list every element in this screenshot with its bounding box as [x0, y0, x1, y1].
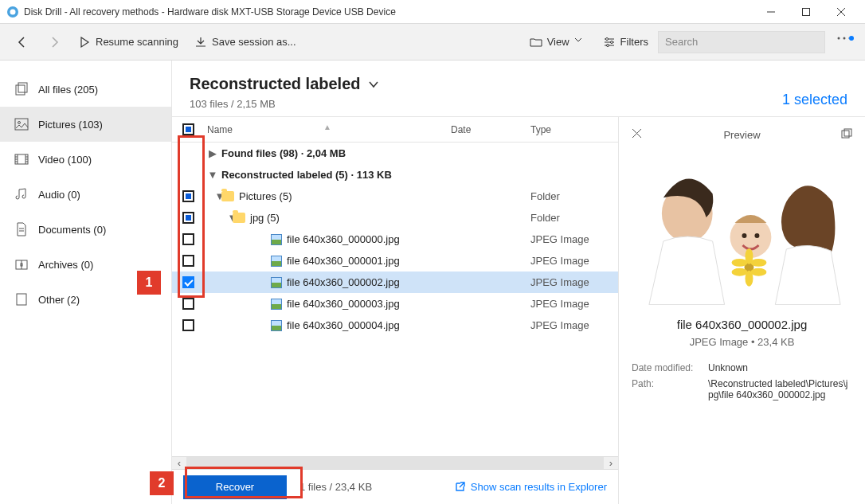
recover-button[interactable]: Recover — [183, 475, 287, 499]
folder-icon — [530, 36, 542, 49]
app-icon — [6, 6, 19, 18]
page-title: Reconstructed labeled — [190, 75, 361, 93]
horizontal-scrollbar[interactable]: ‹› — [172, 456, 618, 469]
minimize-button[interactable] — [753, 0, 789, 24]
group-row-recon[interactable]: ▼ Reconstructed labeled (5) · 113 KB — [172, 164, 618, 186]
sidebar-item-all[interactable]: All files (205) — [0, 72, 171, 107]
svg-rect-12 — [16, 85, 25, 95]
chevron-down-icon — [574, 36, 587, 49]
toolbar: Resume scanning Save session as... View … — [0, 24, 865, 61]
select-all-checkbox[interactable] — [182, 123, 194, 135]
svg-point-45 — [732, 268, 748, 275]
sidebar-label: Other (2) — [38, 294, 80, 306]
row-checkbox[interactable] — [182, 319, 194, 331]
prop-key: Date modified: — [632, 362, 700, 373]
resume-scan-button[interactable]: Resume scanning — [72, 31, 185, 53]
item-name: file 640x360_000000.jpg — [287, 233, 400, 245]
sort-indicator-icon: ▲ — [323, 123, 331, 131]
prop-value: Unknown — [708, 362, 852, 373]
play-icon — [78, 36, 91, 49]
page-title-wrap[interactable]: Reconstructed labeled — [190, 75, 782, 93]
file-row[interactable]: file 640x360_000003.jpg JPEG Image — [172, 293, 618, 315]
music-icon — [14, 187, 29, 201]
footer-status: 1 files / 23,4 KB — [299, 481, 372, 493]
collapse-icon[interactable]: ▼ — [204, 169, 221, 181]
page-icon — [14, 292, 29, 307]
filters-button[interactable]: Filters — [597, 31, 655, 53]
search-input[interactable]: Search — [658, 31, 825, 53]
sidebar-label: Pictures (103) — [38, 119, 103, 131]
show-in-explorer-link[interactable]: Show scan results in Explorer — [454, 481, 607, 493]
item-name: file 640x360_000004.jpg — [287, 319, 400, 331]
sidebar-item-documents[interactable]: Documents (0) — [0, 212, 171, 247]
ellipsis-icon — [836, 36, 849, 49]
file-rows: ▶ Found files (98) · 2,04 MB ▼ Reconstru… — [172, 143, 618, 456]
back-button[interactable] — [8, 31, 37, 53]
save-session-button[interactable]: Save session as... — [188, 31, 303, 53]
expand-icon[interactable]: ▶ — [204, 147, 221, 159]
svg-point-42 — [750, 258, 766, 266]
item-type: JPEG Image — [530, 319, 618, 331]
svg-point-15 — [18, 122, 21, 124]
item-type: Folder — [530, 212, 618, 224]
column-headers: ▲Name Date Type — [172, 117, 618, 143]
image-file-icon — [271, 234, 282, 245]
svg-rect-30 — [17, 294, 26, 305]
close-button[interactable] — [824, 0, 859, 24]
sidebar-label: All files (205) — [38, 84, 98, 96]
sidebar-item-audio[interactable]: Audio (0) — [0, 177, 171, 212]
file-row[interactable]: file 640x360_000000.jpg JPEG Image — [172, 229, 618, 250]
column-type[interactable]: Type — [530, 124, 618, 135]
item-name: jpg (5) — [250, 212, 280, 224]
row-checkbox[interactable] — [182, 233, 194, 245]
sidebar-item-video[interactable]: Video (100) — [0, 142, 171, 177]
preview-panel: Preview — [618, 116, 865, 504]
sidebar-label: Archives (0) — [38, 259, 93, 271]
notification-dot — [849, 36, 854, 41]
group-row-found[interactable]: ▶ Found files (98) · 2,04 MB — [172, 143, 618, 164]
column-name[interactable]: ▲Name — [204, 124, 451, 135]
preview-title: Preview — [648, 129, 836, 141]
folder-row-pictures[interactable]: ▼ Pictures (5) Folder — [172, 186, 618, 207]
popout-button[interactable] — [836, 128, 852, 142]
svg-point-6 — [605, 37, 608, 40]
view-label: View — [547, 36, 569, 48]
video-icon — [14, 152, 29, 166]
row-checkbox[interactable] — [182, 255, 194, 267]
row-checkbox[interactable] — [182, 190, 194, 202]
item-type: JPEG Image — [530, 298, 618, 310]
more-menu-button[interactable] — [828, 36, 857, 49]
column-date[interactable]: Date — [451, 124, 530, 135]
forward-button[interactable] — [40, 31, 68, 53]
window-title: Disk Drill - All recovery methods - Hard… — [24, 6, 753, 18]
svg-rect-3 — [803, 8, 810, 15]
view-dropdown[interactable]: View — [523, 31, 593, 53]
sliders-icon — [603, 36, 616, 49]
sidebar-label: Audio (0) — [38, 189, 80, 201]
row-checkbox[interactable] — [182, 298, 194, 310]
group-label: Reconstructed labeled (5) · 113 KB — [221, 169, 392, 181]
item-type: Folder — [530, 190, 618, 202]
file-row-selected[interactable]: file 640x360_000002.jpg JPEG Image — [172, 272, 618, 293]
window-titlebar: Disk Drill - All recovery methods - Hard… — [0, 0, 865, 24]
row-checkbox[interactable] — [182, 212, 194, 224]
close-preview-button[interactable] — [632, 128, 648, 141]
chevron-down-icon — [367, 78, 380, 91]
footer-bar: Recover 1 files / 23,4 KB Show scan resu… — [172, 469, 618, 504]
file-row[interactable]: file 640x360_000001.jpg JPEG Image — [172, 250, 618, 272]
item-type: JPEG Image — [530, 233, 618, 245]
row-checkbox[interactable] — [182, 276, 194, 288]
maximize-button[interactable] — [789, 0, 824, 24]
sidebar-item-pictures[interactable]: Pictures (103) — [0, 107, 171, 142]
svg-point-7 — [610, 41, 613, 43]
preview-filename: file 640x360_000002.jpg — [632, 318, 852, 331]
item-name: Pictures (5) — [239, 190, 292, 202]
group-label: Found files (98) · 2,04 MB — [221, 147, 346, 159]
preview-image — [632, 155, 852, 307]
file-row[interactable]: file 640x360_000004.jpg JPEG Image — [172, 315, 618, 336]
search-placeholder: Search — [665, 36, 698, 48]
page-subtitle: 103 files / 2,15 MB — [190, 98, 782, 110]
folder-row-jpg[interactable]: ▼ jpg (5) Folder — [172, 207, 618, 229]
collapse-icon[interactable]: ▼ — [204, 212, 233, 224]
collapse-icon[interactable]: ▼ — [204, 190, 221, 202]
